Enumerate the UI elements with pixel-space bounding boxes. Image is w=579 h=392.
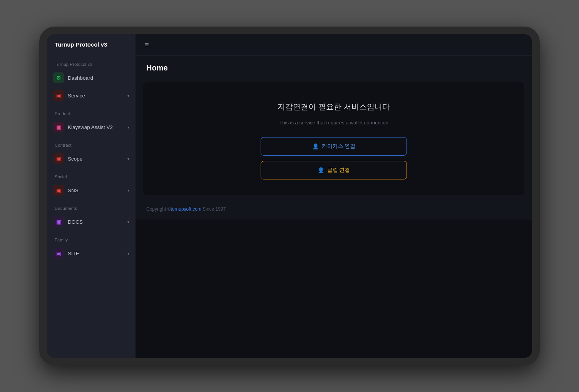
sidebar-section-family: Family xyxy=(47,231,136,245)
top-bar: ≡ xyxy=(136,34,532,56)
page-footer: Copyright ©turnupsoft.com Since 1997 xyxy=(136,199,532,219)
sidebar-item-docs[interactable]: ▣ DOCS ▾ xyxy=(47,213,136,231)
sidebar-item-site[interactable]: ▣ SITE ▾ xyxy=(47,245,136,262)
chevron-icon-scope: ▾ xyxy=(127,157,129,161)
chevron-icon-service: ▾ xyxy=(127,94,129,98)
dark-area xyxy=(136,219,532,358)
wallet-buttons: 👤 카이카스 연결 👤 클립 연결 xyxy=(261,137,407,179)
footer-suffix: Since 1997 xyxy=(201,206,226,212)
clip-icon: 👤 xyxy=(318,167,324,173)
hamburger-menu-icon[interactable]: ≡ xyxy=(145,41,149,49)
chevron-icon-sns: ▾ xyxy=(127,188,129,193)
dashboard-icon: ⚙ xyxy=(53,72,64,83)
sidebar-item-label-site: SITE xyxy=(68,251,79,256)
chevron-icon-site: ▾ xyxy=(127,251,129,256)
sns-icon: ▣ xyxy=(53,185,64,196)
sidebar-section-documents: Documents xyxy=(47,199,136,213)
service-icon: ▣ xyxy=(53,90,64,101)
footer-link[interactable]: turnupsoft.com xyxy=(171,206,201,212)
sidebar-section-product: Product xyxy=(47,104,136,118)
chevron-icon-docs: ▾ xyxy=(127,220,129,224)
device-frame: Turnup Protocol v3 Turnup Protocol v3 ⚙ … xyxy=(39,27,540,365)
sidebar-item-label-klayswap: Klayswap Assist V2 xyxy=(68,124,113,130)
klayswap-icon: ▣ xyxy=(53,122,64,132)
sidebar: Turnup Protocol v3 Turnup Protocol v3 ⚙ … xyxy=(47,34,136,358)
sidebar-brand: Turnup Protocol v3 xyxy=(47,34,136,55)
scope-icon: ▣ xyxy=(53,153,64,164)
chevron-icon-klayswap: ▾ xyxy=(127,125,129,129)
page-area: Home 지갑연결이 필요한 서비스입니다 This is a service … xyxy=(136,56,532,358)
sidebar-item-klayswap[interactable]: ▣ Klayswap Assist V2 ▾ xyxy=(47,118,136,136)
kaikas-button-label: 카이카스 연결 xyxy=(322,143,356,150)
docs-icon: ▣ xyxy=(53,216,64,227)
sidebar-item-service[interactable]: ▣ Service ▾ xyxy=(47,87,136,104)
kaikas-icon: 👤 xyxy=(312,143,319,149)
clip-connect-button[interactable]: 👤 클립 연결 xyxy=(261,161,407,179)
sidebar-item-label-scope: Scope xyxy=(68,156,82,162)
clip-button-label: 클립 연결 xyxy=(327,167,350,174)
sidebar-item-scope[interactable]: ▣ Scope ▾ xyxy=(47,150,136,168)
kaikas-connect-button[interactable]: 👤 카이카스 연결 xyxy=(261,137,407,156)
site-icon: ▣ xyxy=(53,248,64,259)
sidebar-item-label-docs: DOCS xyxy=(68,219,83,225)
sidebar-section-turnup: Turnup Protocol v3 xyxy=(47,55,136,69)
sidebar-item-label-dashboard: Dashboard xyxy=(68,75,93,81)
main-content: ≡ Home 지갑연결이 필요한 서비스입니다 This is a servic… xyxy=(136,34,532,358)
sidebar-item-dashboard[interactable]: ⚙ Dashboard xyxy=(47,69,136,87)
wallet-title-korean: 지갑연결이 필요한 서비스입니다 xyxy=(278,102,390,112)
wallet-subtitle: This is a service that requires a wallet… xyxy=(279,120,388,126)
wallet-card: 지갑연결이 필요한 서비스입니다 This is a service that … xyxy=(143,82,524,195)
page-title: Home xyxy=(146,64,521,72)
footer-prefix: Copyright © xyxy=(146,206,171,212)
sidebar-section-contract: Contract xyxy=(47,136,136,150)
sidebar-section-social: Social xyxy=(47,168,136,181)
app-window: Turnup Protocol v3 Turnup Protocol v3 ⚙ … xyxy=(47,34,532,358)
page-header: Home xyxy=(136,56,532,79)
sidebar-item-sns[interactable]: ▣ SNS ▾ xyxy=(47,181,136,199)
sidebar-item-label-service: Service xyxy=(68,93,85,99)
sidebar-item-label-sns: SNS xyxy=(68,188,79,193)
